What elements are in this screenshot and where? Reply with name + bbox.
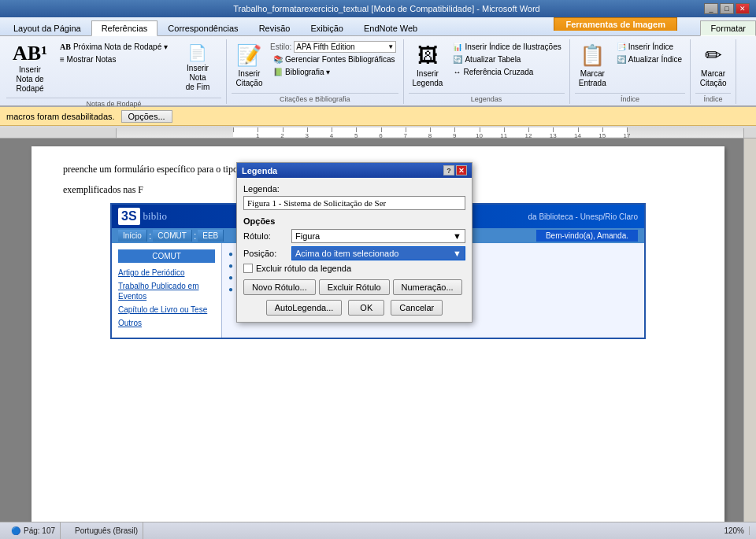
inserir-citacao-icon: 📝: [236, 43, 261, 68]
status-zoom: 120%: [719, 526, 750, 535]
atualizar-indice-icon: 🔄: [617, 55, 626, 64]
marcar-citacao-button[interactable]: ✏ MarcarCitação: [695, 41, 731, 90]
opcoes-button[interactable]: Opções...: [121, 110, 172, 123]
tab-formatar[interactable]: Formatar: [700, 20, 756, 36]
notas-col: AB Próxima Nota de Rodapé ▾ ≡ Mostrar No…: [57, 41, 171, 65]
atualizar-indice-label: Atualizar Índice: [628, 55, 682, 64]
marcar-entrada-button[interactable]: 📋 MarcarEntrada: [575, 41, 610, 90]
gerenciar-fontes-icon: 📚: [273, 55, 283, 64]
inserir-indice-button[interactable]: 📑 Inserir Índice: [613, 41, 685, 53]
ruler-inner: 1 2 3 4 5 6 7 8 9 10 11 12 13 14 15 17: [233, 127, 627, 137]
atualizar-indice-button[interactable]: 🔄 Atualizar Índice: [613, 54, 685, 65]
posicao-dropdown-arrow: ▼: [453, 249, 461, 258]
ribbon-group-notas: AB¹ Inserir Nota de Rodapé AB Próxima No…: [2, 39, 227, 104]
tab-referencias[interactable]: Referências: [91, 20, 158, 36]
gerenciar-fontes-label: Gerenciar Fontes Bibliográficas: [285, 55, 395, 64]
inserir-citacao-button[interactable]: 📝 InserirCitação: [232, 41, 267, 90]
numeracao-button[interactable]: Numeração...: [393, 279, 462, 295]
status-bar: 🔵 Pág: 107 Português (Brasil) 120%: [0, 522, 756, 539]
novo-rotulo-button[interactable]: Novo Rótulo...: [243, 279, 316, 295]
status-language: Português (Brasil): [70, 522, 143, 539]
mostrar-notas-button[interactable]: ≡ Mostrar Notas: [57, 54, 171, 65]
title-bar-tools: _ □ ✕: [704, 3, 750, 14]
rotulo-row: Rótulo: Figura ▼: [243, 229, 465, 243]
minimize-button[interactable]: _: [704, 3, 718, 14]
dialog-overlay: Legenda ? ✕ Legenda: Opções Rótulo: Figu…: [0, 138, 756, 522]
citacoes-content: 📝 InserirCitação Estilo: APA Fifth Editi…: [232, 39, 398, 93]
rotulo-select[interactable]: Figura ▼: [291, 229, 465, 243]
ferramentas-de-imagem-tab[interactable]: Ferramentas de Imagem: [554, 17, 677, 31]
tab-layout[interactable]: Layout da Página: [3, 20, 91, 35]
dialog-title: Legenda: [242, 166, 277, 175]
maximize-button[interactable]: □: [720, 3, 734, 14]
bibliografia-button[interactable]: 📗 Bibliografia ▾: [270, 66, 398, 78]
dialog-help-button[interactable]: ?: [443, 165, 454, 175]
dialog-title-bar: Legenda ? ✕: [237, 163, 472, 178]
posicao-row: Posição: Acima do item selecionado ▼: [243, 246, 465, 260]
legendas-col: 📊 Inserir Índice de Ilustrações 🔄 Atuali…: [450, 41, 564, 78]
atualizar-tabela-button[interactable]: 🔄 Atualizar Tabela: [450, 54, 564, 65]
inserir-legenda-icon: 🖼: [417, 43, 438, 68]
legenda-input[interactable]: [243, 196, 465, 210]
inserir-nota-fim-label: Inserir Notade Fim: [178, 64, 217, 92]
inserir-legenda-button[interactable]: 🖼 InserirLegenda: [409, 41, 447, 90]
notas-content: AB¹ Inserir Nota de Rodapé AB Próxima No…: [6, 39, 221, 98]
rotulo-dropdown-arrow: ▼: [453, 231, 461, 241]
atualizar-tabela-icon: 🔄: [453, 55, 462, 64]
status-page-text: Pág: 107: [24, 526, 55, 535]
style-label: Estilo:: [270, 42, 291, 51]
macros-text: macros foram desabilitadas.: [6, 112, 115, 121]
notas-group-label: Notas de Rodapé: [6, 98, 221, 109]
dialog-content: Legenda: Opções Rótulo: Figura ▼ Posição…: [237, 178, 472, 322]
proxima-nota-label: Próxima Nota de Rodapé ▾: [73, 42, 168, 51]
legendas-content: 🖼 InserirLegenda 📊 Inserir Índice de Ilu…: [409, 39, 565, 93]
status-language-text: Português (Brasil): [75, 526, 138, 535]
marcar-citacao-label: MarcarCitação: [700, 69, 727, 88]
style-select[interactable]: APA Fifth Edition ▼: [294, 41, 396, 53]
dialog-btn-row-1: Novo Rótulo... Excluir Rótulo Numeração.…: [243, 279, 465, 295]
close-button[interactable]: ✕: [736, 3, 750, 14]
proxima-nota-rodape-button[interactable]: AB Próxima Nota de Rodapé ▾: [57, 41, 171, 53]
exclude-checkbox-row: Excluir rótulo da legenda: [243, 264, 465, 273]
dialog-action-row: AutoLegenda... OK Cancelar: [243, 300, 465, 316]
exclude-checkbox[interactable]: [243, 264, 253, 273]
tab-correspondencias[interactable]: Correspondências: [158, 20, 248, 35]
excluir-rotulo-button[interactable]: Excluir Rótulo: [319, 279, 390, 295]
ribbon-group-citacoes: 📝 InserirCitação Estilo: APA Fifth Editi…: [227, 39, 404, 104]
inserir-citacao-label: InserirCitação: [236, 69, 263, 88]
tab-exibicao[interactable]: Exibição: [300, 20, 354, 35]
inserir-nota-fim-button[interactable]: 📄 Inserir Notade Fim: [174, 41, 221, 94]
gerenciar-fontes-button[interactable]: 📚 Gerenciar Fontes Bibliográficas: [270, 54, 398, 65]
doc-area: preenche um formulário específico para o…: [0, 138, 756, 522]
auto-legenda-button[interactable]: AutoLegenda...: [266, 300, 343, 316]
indice-content: 📋 MarcarEntrada 📑 Inserir Índice 🔄 Atual…: [575, 39, 685, 93]
inserir-nota-fim-icon: 📄: [187, 43, 207, 62]
referencia-cruzada-icon: ↔: [453, 68, 461, 76]
indice-col: 📑 Inserir Índice 🔄 Atualizar Índice: [613, 41, 685, 65]
inserir-nota-rodape-button[interactable]: AB¹ Inserir Nota de Rodapé: [6, 41, 54, 96]
cancelar-button[interactable]: Cancelar: [391, 300, 443, 316]
atualizar-tabela-label: Atualizar Tabela: [465, 55, 521, 64]
dialog-close-button[interactable]: ✕: [456, 165, 467, 175]
referencia-cruzada-button[interactable]: ↔ Referência Cruzada: [450, 66, 564, 78]
rotulo-label: Rótulo:: [243, 231, 287, 241]
bibliografia-label: Bibliografia ▾: [285, 68, 330, 76]
marcar-entrada-label: MarcarEntrada: [579, 69, 606, 88]
status-page: 🔵 Pág: 107: [6, 522, 61, 539]
macros-bar: macros foram desabilitadas. Opções...: [0, 107, 756, 126]
mostrar-notas-label: ≡ Mostrar Notas: [60, 55, 116, 64]
citacoes-group-label: Citações e Bibliografia: [232, 93, 398, 104]
marcar-citacao-content: ✏ MarcarCitação: [695, 39, 731, 93]
tab-endnote[interactable]: EndNote Web: [354, 20, 428, 35]
indice-group-label: Índice: [575, 93, 685, 104]
legenda-dialog: Legenda ? ✕ Legenda: Opções Rótulo: Figu…: [236, 162, 472, 323]
ribbon-group-indice: 📋 MarcarEntrada 📑 Inserir Índice 🔄 Atual…: [570, 39, 691, 104]
ok-button[interactable]: OK: [348, 300, 384, 316]
posicao-select[interactable]: Acima do item selecionado ▼: [291, 246, 465, 260]
posicao-label: Posição:: [243, 249, 287, 258]
tab-revisao[interactable]: Revisão: [249, 20, 301, 35]
posicao-value: Acima do item selecionado: [295, 249, 398, 258]
inserir-indice-ilustracoes-button[interactable]: 📊 Inserir Índice de Ilustrações: [450, 41, 564, 53]
rotulo-value: Figura: [295, 231, 320, 241]
ruler: 1 2 3 4 5 6 7 8 9 10 11 12 13 14 15 17: [0, 126, 756, 138]
